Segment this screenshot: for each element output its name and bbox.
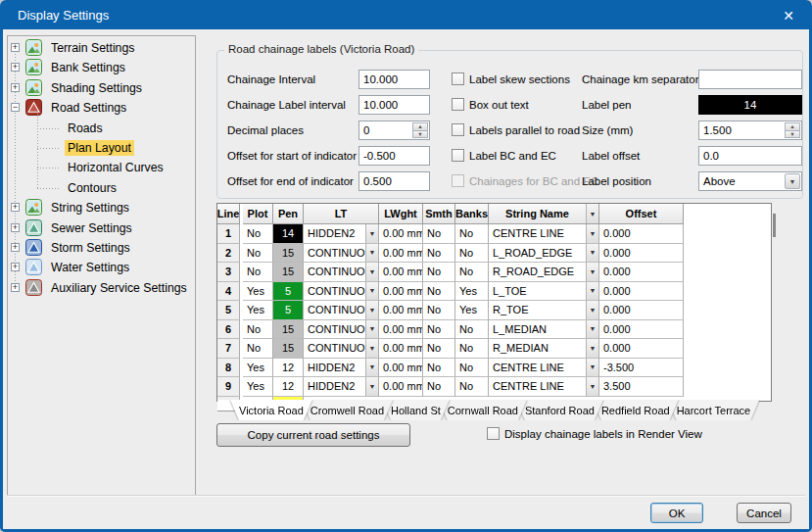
chainage-interval-field[interactable] xyxy=(358,70,430,89)
cell-plot[interactable]: No xyxy=(243,244,273,264)
cell-smth[interactable]: No xyxy=(423,263,455,282)
cell-string-name[interactable]: R_TOE▼ xyxy=(489,301,599,320)
cell-pen[interactable]: 12 xyxy=(273,377,304,397)
tree-item-bank-settings[interactable]: +Bank Settings xyxy=(8,58,195,77)
cell-string-name[interactable]: CENTRE LINE▼ xyxy=(489,224,599,244)
tree-item-contours[interactable]: Contours xyxy=(8,178,195,198)
cell-lwght[interactable]: 0.00 mm xyxy=(379,263,423,282)
cell-dropdown-arrow-icon[interactable]: ▼ xyxy=(365,301,378,319)
label-position-field[interactable]: ▼ xyxy=(698,171,802,191)
collapse-minus-icon[interactable]: − xyxy=(11,103,20,112)
cell-dropdown-arrow-icon[interactable]: ▼ xyxy=(586,282,598,301)
column-header-banks[interactable]: Banks xyxy=(455,204,489,224)
spinner-down-icon[interactable]: ▼ xyxy=(412,131,428,139)
cell-string-name[interactable]: CENTRE LINE▼ xyxy=(489,359,599,378)
spinner-up-icon[interactable]: ▲ xyxy=(412,122,428,131)
header-dropdown-arrow-icon[interactable]: ▼ xyxy=(586,204,598,223)
expand-plus-icon[interactable]: + xyxy=(11,63,20,72)
label-offset-input[interactable] xyxy=(703,150,801,162)
cell-pen[interactable]: 12 xyxy=(273,359,304,378)
cell-banks[interactable]: No xyxy=(455,244,489,264)
cell-smth[interactable]: No xyxy=(423,224,455,244)
cell-string-name[interactable]: L_ROAD_EDGE▼ xyxy=(489,244,599,264)
cell-banks[interactable]: No xyxy=(455,359,489,378)
tab-cromwell-road[interactable]: Cromwell Road xyxy=(302,400,393,420)
cell-pen[interactable]: 15 xyxy=(273,320,304,340)
column-header-plot[interactable]: Plot xyxy=(243,204,273,224)
tree-item-roads[interactable]: Roads xyxy=(8,119,195,138)
cell-banks[interactable]: No xyxy=(455,263,489,282)
cell-dropdown-arrow-icon[interactable]: ▼ xyxy=(586,339,598,358)
copy-current-road-settings-button[interactable]: Copy current road settings xyxy=(216,423,410,447)
cell-smth[interactable]: No xyxy=(423,282,455,302)
cell-lwght[interactable]: 0.00 mm xyxy=(379,377,423,397)
tree-item-plan-layout[interactable]: Plan Layout xyxy=(8,138,195,158)
cell-dropdown-arrow-icon[interactable]: ▼ xyxy=(365,377,378,396)
cell-string-name[interactable]: R_MEDIAN▼ xyxy=(489,339,599,359)
tab-victoria-road[interactable]: Victoria Road xyxy=(230,400,312,420)
cell-dropdown-arrow-icon[interactable]: ▼ xyxy=(586,320,598,339)
spinner-buttons[interactable]: ▲▼ xyxy=(785,122,800,138)
cell-offset[interactable]: -3.500 xyxy=(599,359,684,378)
labels-parallel-to-road-checkbox[interactable] xyxy=(452,123,464,136)
cell-string-name[interactable]: R_ROAD_EDGE▼ xyxy=(489,263,599,282)
cell-offset[interactable]: 0.000 xyxy=(599,244,684,264)
chainage-km-separator-input[interactable] xyxy=(703,73,801,85)
cell-banks[interactable]: Yes xyxy=(455,282,489,302)
cell-lt[interactable]: CONTINUOUS▼ xyxy=(304,339,379,359)
cell-plot[interactable]: Yes xyxy=(243,377,273,397)
chainage-label-interval-field[interactable] xyxy=(358,95,430,115)
cell-smth[interactable]: No xyxy=(423,320,455,340)
tab-cornwall-road[interactable]: Cornwall Road xyxy=(439,400,527,420)
cell-offset[interactable]: 0.000 xyxy=(599,224,684,244)
offset-for-start-of-indicator-input[interactable] xyxy=(363,150,429,162)
chainage-interval-input[interactable] xyxy=(363,73,429,85)
offset-for-end-of-indicator-input[interactable] xyxy=(363,175,429,187)
dropdown-arrow-icon[interactable]: ▼ xyxy=(785,173,800,189)
cell-plot[interactable]: Yes xyxy=(243,359,273,378)
tree-item-storm-settings[interactable]: +Storm Settings xyxy=(8,238,195,258)
cell-pen[interactable]: 5 xyxy=(273,301,304,320)
cell-lt[interactable]: CONTINUOUS▼ xyxy=(304,263,379,282)
cell-string-name[interactable]: L_TOE▼ xyxy=(489,282,599,302)
cell-plot[interactable]: Yes xyxy=(243,301,273,320)
cell-dropdown-arrow-icon[interactable]: ▼ xyxy=(365,320,378,339)
tree-item-shading-settings[interactable]: +Shading Settings xyxy=(8,78,195,98)
cell-lt[interactable]: HIDDEN2▼ xyxy=(304,224,379,244)
cell-offset[interactable]: 0.000 xyxy=(599,282,684,302)
expand-plus-icon[interactable]: + xyxy=(11,43,20,52)
cell-plot[interactable]: No xyxy=(243,339,273,359)
decimal-places-field[interactable]: ▲▼ xyxy=(358,121,430,140)
cell-plot[interactable]: Yes xyxy=(243,282,273,302)
column-header-pen[interactable]: Pen xyxy=(273,204,304,224)
cell-pen[interactable]: 15 xyxy=(273,244,304,264)
cell-banks[interactable]: No xyxy=(455,320,489,340)
table-scrollbar-thumb[interactable] xyxy=(773,214,776,237)
cell-dropdown-arrow-icon[interactable]: ▼ xyxy=(586,263,598,281)
cell-lwght[interactable]: 0.00 mm xyxy=(379,339,423,359)
expand-plus-icon[interactable]: + xyxy=(11,263,20,271)
chainage-km-separator-field[interactable] xyxy=(698,70,802,89)
spinner-down-icon[interactable]: ▼ xyxy=(785,131,800,139)
cell-dropdown-arrow-icon[interactable]: ▼ xyxy=(586,301,598,319)
cell-pen[interactable]: 14 xyxy=(273,224,304,244)
cell-lt[interactable]: CONTINUOUS▼ xyxy=(304,282,379,302)
cell-string-name[interactable]: CENTRE LINE▼ xyxy=(489,377,599,397)
cell-offset[interactable]: 3.500 xyxy=(599,377,684,397)
cell-pen[interactable]: 15 xyxy=(273,339,304,359)
cell-dropdown-arrow-icon[interactable]: ▼ xyxy=(586,359,598,377)
label-offset-field[interactable] xyxy=(698,146,802,166)
column-header-smth[interactable]: Smth xyxy=(423,204,455,224)
cell-dropdown-arrow-icon[interactable]: ▼ xyxy=(365,244,378,263)
cell-offset[interactable]: 0.000 xyxy=(599,263,684,282)
cell-lt[interactable]: CONTINUOUS▼ xyxy=(304,301,379,320)
cell-offset[interactable]: 0.000 xyxy=(599,339,684,359)
tree-item-terrain-settings[interactable]: +Terrain Settings xyxy=(8,38,195,58)
column-header-lt[interactable]: LT xyxy=(304,204,379,224)
column-header-offset[interactable]: Offset xyxy=(599,204,684,224)
cell-pen[interactable]: 15 xyxy=(273,263,304,282)
cell-lt[interactable]: CONTINUOUS▼ xyxy=(304,320,379,340)
cell-smth[interactable]: No xyxy=(423,301,455,320)
column-header-line[interactable]: Line xyxy=(217,204,240,224)
tab-redfield-road[interactable]: Redfield Road xyxy=(593,400,679,420)
